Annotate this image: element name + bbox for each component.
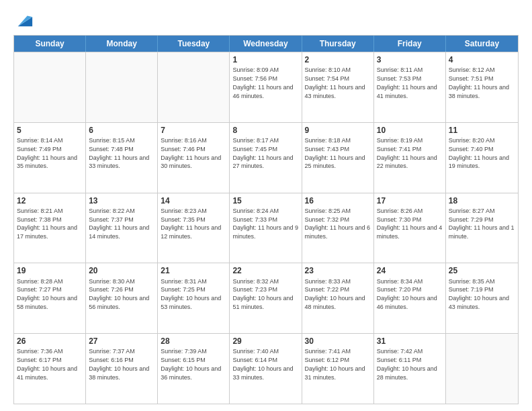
day-info: Sunrise: 8:16 AM Sunset: 7:46 PM Dayligh… [161, 137, 221, 169]
calendar: SundayMondayTuesdayWednesdayThursdayFrid… [13, 35, 519, 404]
day-cell-18: 18Sunrise: 8:27 AM Sunset: 7:29 PM Dayli… [446, 193, 518, 263]
week-row-1: 5Sunrise: 8:14 AM Sunset: 7:49 PM Daylig… [14, 122, 518, 193]
day-cell-30: 30Sunrise: 7:41 AM Sunset: 6:12 PM Dayli… [302, 334, 374, 404]
day-number: 19 [17, 265, 83, 276]
day-number: 27 [89, 336, 154, 347]
empty-cell [86, 52, 158, 122]
day-info: Sunrise: 7:36 AM Sunset: 6:17 PM Dayligh… [17, 348, 77, 380]
day-number: 31 [377, 336, 443, 347]
day-number: 11 [449, 125, 515, 136]
day-info: Sunrise: 7:41 AM Sunset: 6:12 PM Dayligh… [305, 348, 365, 380]
day-header-sunday: Sunday [14, 36, 86, 52]
day-cell-23: 23Sunrise: 8:33 AM Sunset: 7:22 PM Dayli… [302, 263, 374, 333]
day-cell-3: 3Sunrise: 8:11 AM Sunset: 7:53 PM Daylig… [374, 52, 446, 122]
day-info: Sunrise: 8:35 AM Sunset: 7:19 PM Dayligh… [449, 278, 509, 310]
day-number: 2 [305, 54, 371, 65]
day-cell-2: 2Sunrise: 8:10 AM Sunset: 7:54 PM Daylig… [302, 52, 374, 122]
day-header-friday: Friday [374, 36, 446, 52]
day-cell-9: 9Sunrise: 8:18 AM Sunset: 7:43 PM Daylig… [302, 123, 374, 193]
day-info: Sunrise: 8:11 AM Sunset: 7:53 PM Dayligh… [377, 66, 437, 99]
day-info: Sunrise: 8:20 AM Sunset: 7:40 PM Dayligh… [449, 137, 509, 169]
day-cell-28: 28Sunrise: 7:39 AM Sunset: 6:15 PM Dayli… [158, 334, 230, 404]
day-info: Sunrise: 8:31 AM Sunset: 7:25 PM Dayligh… [161, 278, 221, 310]
day-number: 17 [377, 195, 443, 206]
day-header-monday: Monday [86, 36, 158, 52]
day-number: 24 [377, 265, 443, 276]
calendar-header: SundayMondayTuesdayWednesdayThursdayFrid… [14, 36, 518, 52]
day-info: Sunrise: 8:18 AM Sunset: 7:43 PM Dayligh… [305, 137, 365, 169]
day-number: 8 [232, 125, 298, 136]
day-number: 5 [17, 125, 83, 136]
day-number: 4 [449, 54, 515, 65]
logo-icon [15, 11, 34, 30]
day-number: 20 [89, 265, 154, 276]
empty-cell [14, 52, 86, 122]
day-cell-20: 20Sunrise: 8:30 AM Sunset: 7:26 PM Dayli… [86, 263, 158, 333]
day-cell-11: 11Sunrise: 8:20 AM Sunset: 7:40 PM Dayli… [446, 123, 518, 193]
day-info: Sunrise: 8:14 AM Sunset: 7:49 PM Dayligh… [17, 137, 77, 169]
day-cell-5: 5Sunrise: 8:14 AM Sunset: 7:49 PM Daylig… [14, 123, 86, 193]
day-info: Sunrise: 8:22 AM Sunset: 7:37 PM Dayligh… [89, 208, 149, 240]
day-info: Sunrise: 8:15 AM Sunset: 7:48 PM Dayligh… [89, 137, 149, 169]
calendar-body: 1Sunrise: 8:09 AM Sunset: 7:56 PM Daylig… [14, 52, 518, 404]
day-info: Sunrise: 8:17 AM Sunset: 7:45 PM Dayligh… [232, 137, 293, 169]
empty-cell [158, 52, 230, 122]
day-cell-6: 6Sunrise: 8:15 AM Sunset: 7:48 PM Daylig… [86, 123, 158, 193]
day-number: 21 [161, 265, 226, 276]
day-info: Sunrise: 8:32 AM Sunset: 7:23 PM Dayligh… [232, 278, 293, 310]
day-cell-15: 15Sunrise: 8:24 AM Sunset: 7:33 PM Dayli… [230, 193, 302, 263]
day-number: 18 [449, 195, 515, 206]
day-info: Sunrise: 8:25 AM Sunset: 7:32 PM Dayligh… [305, 208, 371, 240]
day-number: 23 [305, 265, 371, 276]
day-header-wednesday: Wednesday [230, 36, 302, 52]
day-info: Sunrise: 8:34 AM Sunset: 7:20 PM Dayligh… [377, 278, 437, 310]
day-info: Sunrise: 7:39 AM Sunset: 6:15 PM Dayligh… [161, 348, 221, 380]
day-info: Sunrise: 8:24 AM Sunset: 7:33 PM Dayligh… [232, 208, 298, 240]
empty-cell [446, 334, 518, 404]
day-cell-22: 22Sunrise: 8:32 AM Sunset: 7:23 PM Dayli… [230, 263, 302, 333]
day-info: Sunrise: 8:21 AM Sunset: 7:38 PM Dayligh… [17, 208, 77, 240]
day-cell-29: 29Sunrise: 7:40 AM Sunset: 6:14 PM Dayli… [230, 334, 302, 404]
day-cell-21: 21Sunrise: 8:31 AM Sunset: 7:25 PM Dayli… [158, 263, 230, 333]
day-header-tuesday: Tuesday [158, 36, 230, 52]
day-cell-16: 16Sunrise: 8:25 AM Sunset: 7:32 PM Dayli… [302, 193, 374, 263]
day-number: 28 [161, 336, 226, 347]
logo [13, 11, 34, 30]
day-info: Sunrise: 8:12 AM Sunset: 7:51 PM Dayligh… [449, 66, 509, 99]
day-cell-25: 25Sunrise: 8:35 AM Sunset: 7:19 PM Dayli… [446, 263, 518, 333]
day-number: 22 [232, 265, 298, 276]
day-number: 15 [232, 195, 298, 206]
day-number: 29 [232, 336, 298, 347]
day-number: 1 [232, 54, 298, 65]
day-info: Sunrise: 7:37 AM Sunset: 6:16 PM Dayligh… [89, 348, 149, 380]
day-cell-14: 14Sunrise: 8:23 AM Sunset: 7:35 PM Dayli… [158, 193, 230, 263]
day-number: 6 [89, 125, 154, 136]
day-number: 26 [17, 336, 83, 347]
day-cell-17: 17Sunrise: 8:26 AM Sunset: 7:30 PM Dayli… [374, 193, 446, 263]
day-number: 30 [305, 336, 371, 347]
day-number: 13 [89, 195, 154, 206]
day-info: Sunrise: 8:19 AM Sunset: 7:41 PM Dayligh… [377, 137, 437, 169]
day-info: Sunrise: 8:33 AM Sunset: 7:22 PM Dayligh… [305, 278, 365, 310]
day-info: Sunrise: 8:26 AM Sunset: 7:30 PM Dayligh… [377, 208, 443, 240]
day-info: Sunrise: 8:27 AM Sunset: 7:29 PM Dayligh… [449, 208, 515, 240]
day-cell-7: 7Sunrise: 8:16 AM Sunset: 7:46 PM Daylig… [158, 123, 230, 193]
day-number: 25 [449, 265, 515, 276]
day-number: 10 [377, 125, 443, 136]
day-cell-10: 10Sunrise: 8:19 AM Sunset: 7:41 PM Dayli… [374, 123, 446, 193]
day-info: Sunrise: 7:40 AM Sunset: 6:14 PM Dayligh… [232, 348, 293, 380]
day-number: 3 [377, 54, 443, 65]
week-row-3: 19Sunrise: 8:28 AM Sunset: 7:27 PM Dayli… [14, 263, 518, 333]
day-cell-26: 26Sunrise: 7:36 AM Sunset: 6:17 PM Dayli… [14, 334, 86, 404]
day-number: 12 [17, 195, 83, 206]
day-cell-13: 13Sunrise: 8:22 AM Sunset: 7:37 PM Dayli… [86, 193, 158, 263]
header [13, 11, 519, 30]
day-number: 14 [161, 195, 226, 206]
day-info: Sunrise: 7:42 AM Sunset: 6:11 PM Dayligh… [377, 348, 437, 380]
day-cell-8: 8Sunrise: 8:17 AM Sunset: 7:45 PM Daylig… [230, 123, 302, 193]
day-number: 7 [161, 125, 226, 136]
day-cell-19: 19Sunrise: 8:28 AM Sunset: 7:27 PM Dayli… [14, 263, 86, 333]
week-row-2: 12Sunrise: 8:21 AM Sunset: 7:38 PM Dayli… [14, 193, 518, 263]
day-cell-12: 12Sunrise: 8:21 AM Sunset: 7:38 PM Dayli… [14, 193, 86, 263]
day-info: Sunrise: 8:10 AM Sunset: 7:54 PM Dayligh… [305, 66, 365, 99]
